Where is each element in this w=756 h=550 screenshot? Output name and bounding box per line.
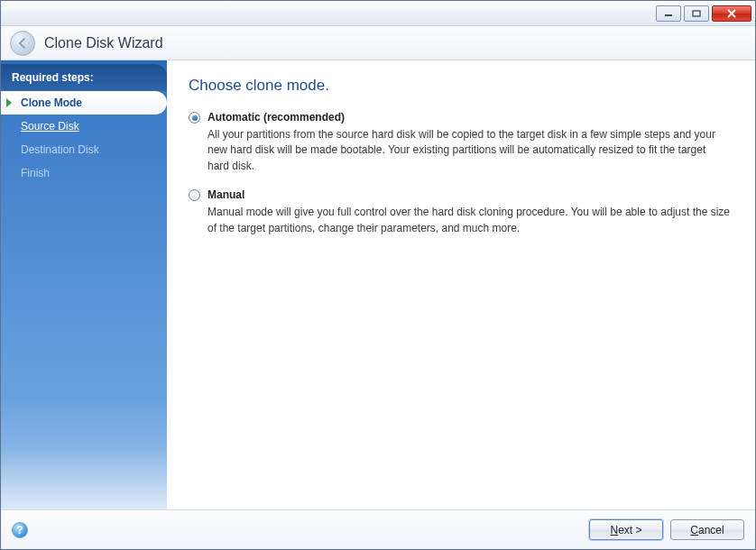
step-source-disk[interactable]: Source Disk	[1, 115, 167, 138]
step-label: Destination Disk	[21, 143, 99, 156]
cancel-rest: ancel	[698, 524, 724, 536]
footer-bar: ? Next > Cancel	[1, 509, 755, 549]
header-bar: Clone Disk Wizard	[1, 26, 755, 60]
option-manual-desc: Manual mode will give you full control o…	[207, 205, 730, 236]
wizard-window: Clone Disk Wizard Required steps: Clone …	[0, 0, 756, 550]
radio-manual[interactable]	[189, 189, 200, 201]
back-button[interactable]	[10, 31, 35, 56]
step-label: Clone Mode	[21, 96, 82, 109]
close-icon	[726, 9, 737, 18]
step-label: Finish	[21, 167, 50, 179]
wizard-title: Clone Disk Wizard	[44, 35, 163, 51]
help-icon: ?	[16, 524, 23, 536]
body: Required steps: Clone Mode Source Disk D…	[1, 60, 755, 509]
option-automatic-desc: All your partitions from the source hard…	[207, 127, 730, 174]
option-manual[interactable]: Manual	[189, 188, 730, 201]
option-manual-label: Manual	[207, 188, 244, 201]
option-automatic[interactable]: Automatic (recommended)	[189, 111, 730, 124]
help-button[interactable]: ?	[12, 522, 28, 538]
maximize-button[interactable]	[684, 5, 709, 22]
sidebar-footer-gradient	[1, 446, 167, 509]
step-label: Source Disk	[21, 120, 79, 133]
sidebar-spacer	[1, 185, 167, 446]
cancel-button[interactable]: Cancel	[670, 519, 744, 540]
svg-rect-0	[665, 14, 672, 16]
next-rest: ext >	[618, 524, 641, 536]
minimize-button[interactable]	[656, 5, 681, 22]
sidebar-header: Required steps:	[1, 64, 167, 91]
radio-automatic[interactable]	[189, 112, 200, 124]
next-button[interactable]: Next >	[589, 519, 663, 540]
close-button[interactable]	[712, 5, 751, 22]
maximize-icon	[692, 10, 701, 17]
back-arrow-icon	[16, 37, 29, 50]
titlebar	[1, 1, 755, 26]
main-panel: Choose clone mode. Automatic (recommende…	[167, 60, 755, 509]
minimize-icon	[664, 10, 673, 17]
next-mnemonic: N	[610, 524, 618, 536]
step-clone-mode[interactable]: Clone Mode	[1, 91, 167, 115]
svg-rect-1	[693, 11, 700, 16]
step-finish: Finish	[1, 161, 167, 185]
page-heading: Choose clone mode.	[189, 77, 730, 95]
step-destination-disk: Destination Disk	[1, 138, 167, 161]
cancel-mnemonic: C	[690, 524, 698, 536]
option-automatic-label: Automatic (recommended)	[207, 111, 345, 124]
sidebar: Required steps: Clone Mode Source Disk D…	[1, 60, 167, 509]
